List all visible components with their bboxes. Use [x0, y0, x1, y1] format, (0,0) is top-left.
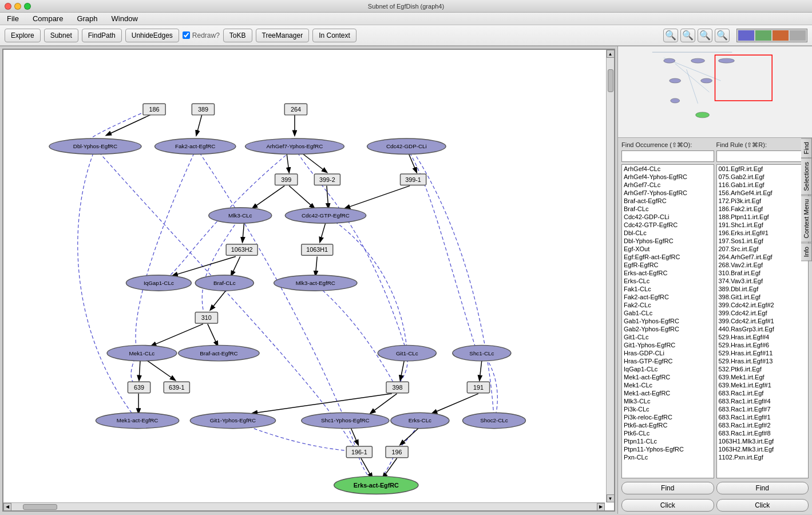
rule-list-item[interactable]: 156.ArhGef4.irt.Egf	[717, 189, 809, 197]
menu-compare[interactable]: Compare	[30, 13, 65, 24]
rule-list-item[interactable]: 186.Fak2.irt.Egf	[717, 205, 809, 213]
occurrence-list-item[interactable]: Egf:EgfR-act-EgfRC	[622, 253, 714, 261]
occurrence-list-item[interactable]: Fak1-CLc	[622, 285, 714, 293]
tokb-button[interactable]: ToKB	[223, 29, 252, 42]
horizontal-scrollbar[interactable]: ◀ ▶	[3, 502, 605, 510]
occurrence-find-button[interactable]: Find	[621, 482, 714, 494]
tab-selections[interactable]: Selections	[801, 158, 812, 195]
rule-list-item[interactable]: 399.Cdc42.irt.Egf#1	[717, 317, 809, 325]
occurrence-list-item[interactable]: ArhGef4-CLc	[622, 165, 714, 173]
occurrence-list-item[interactable]: Braf-act-EgfRC	[622, 197, 714, 205]
tab-context-menu[interactable]: Context Menu	[801, 195, 812, 242]
rule-list-item[interactable]: 389.Dbl.irt.Egf	[717, 285, 809, 293]
rule-click-button[interactable]: Click	[716, 499, 809, 512]
rule-list-item[interactable]: 191.Shc1.irt.Egf	[717, 221, 809, 229]
rule-list-item[interactable]: 1063H2.Mlk3.irt.Egf	[717, 445, 809, 453]
rule-list-item[interactable]: 683.Rac1.irt.Egf#2	[717, 421, 809, 429]
incontext-button[interactable]: In Context	[312, 29, 357, 42]
occurrence-list-item[interactable]: Cdc42-GTP-EgfRC	[622, 221, 714, 229]
maximize-button[interactable]	[24, 3, 31, 10]
occurrence-list-item[interactable]: EgfR-EgfRC	[622, 261, 714, 269]
find-occurrence-input[interactable]	[621, 150, 714, 162]
minimize-button[interactable]	[14, 3, 21, 10]
scroll-down-arrow[interactable]: ▼	[607, 494, 615, 502]
occurrence-list-item[interactable]: ArhGef7-CLc	[622, 181, 714, 189]
rule-list-item[interactable]: 399.Cdc42.irt.Egf	[717, 309, 809, 317]
rule-list-item[interactable]: 683.Rac1.irt.Egf#1	[717, 413, 809, 421]
occurrence-list[interactable]: ArhGef4-CLcArhGef4-Yphos-EgfRCArhGef7-CL…	[621, 164, 714, 478]
tab-find[interactable]: Find	[801, 138, 812, 158]
vertical-scrollbar[interactable]: ▲ ▼	[606, 50, 614, 502]
scroll-thumb-v[interactable]	[608, 69, 613, 92]
rule-list-item[interactable]: 529.Hras.irt.Egf#4	[717, 333, 809, 341]
menu-window[interactable]: Window	[109, 13, 140, 24]
occurrence-list-item[interactable]: Cdc42-GDP-CLi	[622, 213, 714, 221]
zoom-in-button[interactable]: 🔍	[663, 29, 678, 42]
occurrence-list-item[interactable]: Fak2-act-EgfRC	[622, 293, 714, 301]
scroll-up-arrow[interactable]: ▲	[607, 50, 615, 58]
rule-list-item[interactable]: 683.Rac1.irt.Egf#8	[717, 429, 809, 437]
rule-list-item[interactable]: 398.Git1.irt.Egf	[717, 293, 809, 301]
close-button[interactable]	[5, 3, 11, 10]
tab-info[interactable]: Info	[801, 243, 812, 261]
zoom-out-button[interactable]: 🔍	[680, 29, 695, 42]
rule-list-item[interactable]: 639.Mek1.irt.Egf	[717, 373, 809, 381]
rule-list-item[interactable]: 075.Gab2.irt.Egf	[717, 173, 809, 181]
rule-list-item[interactable]: 1102.Pxn.irt.Egf	[717, 453, 809, 461]
occurrence-list-item[interactable]: Erks-act-EgfRC	[622, 269, 714, 277]
rule-list-item[interactable]: 399.Cdc42.irt.Egf#2	[717, 301, 809, 309]
scroll-thumb-h[interactable]	[23, 504, 57, 510]
occurrence-list-item[interactable]: Fak2-CLc	[622, 301, 714, 309]
occurrence-list-item[interactable]: Ptpn11-Yphos-EgfRC	[622, 445, 714, 453]
rule-list-item[interactable]: 197.Sos1.irt.Egf	[717, 237, 809, 245]
occurrence-list-item[interactable]: Gab2-Yphos-EgfRC	[622, 325, 714, 333]
rule-find-button[interactable]: Find	[716, 482, 809, 494]
rule-list-item[interactable]: 683.Rac1.irt.Egf	[717, 389, 809, 397]
rule-list-item[interactable]: 207.Src.irt.Egf	[717, 245, 809, 253]
rule-list-item[interactable]: 374.Vav3.irt.Egf	[717, 277, 809, 285]
treemanager-button[interactable]: TreeManager	[256, 29, 310, 42]
rule-list-item[interactable]: 639.Mek1.irt.Egf#1	[717, 381, 809, 389]
occurrence-list-item[interactable]: Git1-Yphos-EgfRC	[622, 341, 714, 349]
occurrence-list-item[interactable]: Mek1-act-EgfRC	[622, 389, 714, 397]
occurrence-list-item[interactable]: Dbl-CLc	[622, 229, 714, 237]
occurrence-list-item[interactable]: Ptk6-CLc	[622, 429, 714, 437]
occurrence-list-item[interactable]: IqGap1-CLc	[622, 365, 714, 373]
findpath-button[interactable]: FindPath	[82, 29, 122, 42]
occurrence-list-item[interactable]: ArhGef7-Yphos-EgfRC	[622, 189, 714, 197]
subnet-button[interactable]: Subnet	[44, 29, 78, 42]
occurrence-list-item[interactable]: Mlk3-CLc	[622, 397, 714, 405]
zoom-fit-button[interactable]: 🔍	[698, 29, 712, 42]
rule-list-item[interactable]: 268.Vav2.irt.Egf	[717, 261, 809, 269]
rule-list-item[interactable]: 001.EgfR.irt.Egf	[717, 165, 809, 173]
rule-list-item[interactable]: 196.Erks.irt.Egf#1	[717, 229, 809, 237]
occurrence-list-item[interactable]: Mek1-act-EgfRC	[622, 373, 714, 381]
occurrence-list-item[interactable]: Erks-CLc	[622, 277, 714, 285]
rule-list-item[interactable]: 683.Rac1.irt.Egf#7	[717, 405, 809, 413]
zoom-info-button[interactable]: 🔍	[715, 29, 730, 42]
occurrence-list-item[interactable]: ArhGef4-Yphos-EgfRC	[622, 173, 714, 181]
redraw-checkbox[interactable]	[183, 31, 190, 39]
occurrence-list-item[interactable]: Git1-CLc	[622, 333, 714, 341]
unhideedges-button[interactable]: UnhideEdges	[125, 29, 179, 42]
rule-list-item[interactable]: 683.Rac1.irt.Egf#4	[717, 397, 809, 405]
rule-list-item[interactable]: 172.Pi3k.irt.Egf	[717, 197, 809, 205]
rule-list-item[interactable]: 529.Hras.irt.Egf#6	[717, 341, 809, 349]
occurrence-list-item[interactable]: Pi3k-reloc-EgfRC	[622, 413, 714, 421]
rule-list[interactable]: 001.EgfR.irt.Egf075.Gab2.irt.Egf116.Gab1…	[716, 164, 809, 478]
occurrence-list-item[interactable]: Gab1-Yphos-EgfRC	[622, 317, 714, 325]
occurrence-list-item[interactable]: Mek1-CLc	[622, 381, 714, 389]
occurrence-list-item[interactable]: Hras-GTP-EgfRC	[622, 357, 714, 365]
rule-list-item[interactable]: 310.Braf.irt.Egf	[717, 269, 809, 277]
occurrence-list-item[interactable]: Pi3k-CLc	[622, 405, 714, 413]
rule-list-item[interactable]: 532.Ptk6.irt.Egf	[717, 365, 809, 373]
rule-list-item[interactable]: 440.RasGrp3.irt.Egf	[717, 325, 809, 333]
occurrence-list-item[interactable]: Gab1-CLc	[622, 309, 714, 317]
rule-list-item[interactable]: 1063H1.Mlk3.irt.Egf	[717, 437, 809, 445]
find-rule-input[interactable]	[716, 150, 809, 162]
occurrence-list-item[interactable]: Braf-CLc	[622, 205, 714, 213]
occurrence-list-item[interactable]: Egf-XOut	[622, 245, 714, 253]
occurrence-click-button[interactable]: Click	[621, 499, 714, 512]
occurrence-list-item[interactable]: Pxn-CLc	[622, 453, 714, 461]
rule-list-item[interactable]: 116.Gab1.irt.Egf	[717, 181, 809, 189]
